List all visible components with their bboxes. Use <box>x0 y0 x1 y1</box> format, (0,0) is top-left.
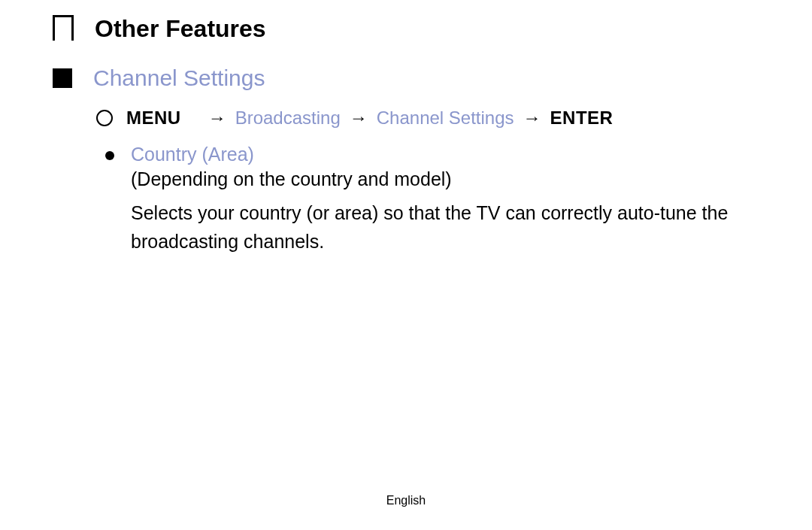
bullet-dot-icon <box>105 151 114 160</box>
sub-heading-row: Channel Settings <box>53 65 767 91</box>
bookmark-icon <box>53 15 74 41</box>
circle-icon <box>96 110 113 126</box>
main-heading-row: Other Features <box>53 15 767 43</box>
bullet-content: Country (Area) (Depending on the country… <box>131 144 767 256</box>
bullet-item: Country (Area) (Depending on the country… <box>105 144 767 256</box>
arrow-icon-1: → <box>208 108 226 129</box>
sub-heading-text: Channel Settings <box>93 65 265 91</box>
bullet-subtext: (Depending on the country and model) <box>131 168 767 190</box>
path-step-channel-settings: Channel Settings <box>377 108 514 129</box>
arrow-icon-3: → <box>523 108 541 129</box>
path-step-broadcasting: Broadcasting <box>235 108 341 129</box>
nav-path: MENU → Broadcasting → Channel Settings →… <box>96 108 767 129</box>
square-icon <box>53 68 72 88</box>
footer-language: English <box>386 494 426 507</box>
bullet-description: Selects your country (or area) so that t… <box>131 199 767 256</box>
menu-label: MENU <box>126 108 181 129</box>
enter-label: ENTER <box>550 108 614 129</box>
arrow-icon-2: → <box>350 108 368 129</box>
main-heading-text: Other Features <box>95 15 266 43</box>
bullet-title: Country (Area) <box>131 144 767 165</box>
